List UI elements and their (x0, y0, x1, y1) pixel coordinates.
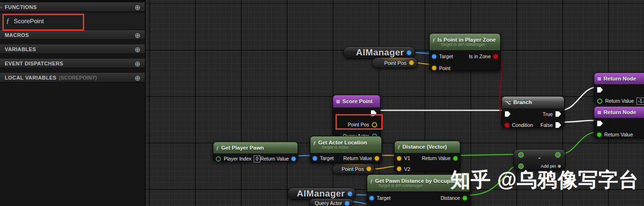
my-blueprint-panel: ▾ FUNCTIONS ⊕ ƒ ScorePoint MACROS ⊕ VARI… (0, 0, 146, 206)
node-get-player-pawn[interactable]: ƒ Get Player Pawn Player Index 0 Return … (213, 142, 298, 161)
pin-label: Player Index (224, 156, 251, 161)
vector-pin[interactable] (409, 61, 414, 65)
return-value-pin[interactable] (597, 99, 602, 104)
add-event-dispatcher-button[interactable]: ⊕ (134, 60, 141, 67)
watermark: 知乎 @乌鸦像写字台 (450, 167, 639, 193)
operator-label: - (538, 154, 541, 161)
vector-pin[interactable] (367, 167, 371, 171)
true-exec-pin[interactable] (556, 111, 561, 117)
return-value-pin[interactable] (291, 157, 296, 161)
object-pin[interactable] (407, 51, 411, 55)
section-label: FUNCTIONS (5, 4, 37, 10)
variable-node-pointpos-mid[interactable]: Point Pos (332, 163, 375, 174)
node-score-point[interactable]: ▦ Score Point Point Pos Query Actor (333, 95, 380, 139)
subtract-input-1-pin[interactable] (518, 152, 524, 158)
pin-label: True (543, 111, 553, 117)
node-subtitle: Target is BP AIManager (441, 42, 496, 47)
node-get-actor-location[interactable]: ƒ Get Actor Location Target is Actor Tar… (310, 136, 382, 163)
node-return-1[interactable]: ▦ Return Node Return Value -1.0 (594, 72, 644, 104)
v1-pin[interactable] (397, 156, 401, 161)
object-pin[interactable] (348, 192, 352, 196)
return-value-pin[interactable] (453, 156, 458, 161)
variable-label: AIManager (356, 47, 404, 58)
variable-label: Point Pos (384, 60, 406, 66)
target-pin[interactable] (313, 156, 317, 161)
function-entry-icon: ▦ (336, 99, 340, 104)
point-pos-out-pin[interactable] (372, 122, 377, 127)
pin-label: Target (439, 54, 453, 59)
node-header[interactable]: ƒ Get Player Pawn (213, 142, 298, 153)
node-header[interactable]: ƒ Get Actor Location Target is Actor (310, 136, 381, 153)
section-functions[interactable]: ▾ FUNCTIONS ⊕ (0, 2, 145, 12)
node-branch[interactable]: ⌥ Branch True Condition False (502, 96, 565, 128)
function-icon: ƒ (370, 178, 373, 184)
node-title: Get Player Pawn (221, 145, 264, 151)
function-icon: ƒ (313, 140, 316, 145)
return-value-pin[interactable] (597, 133, 601, 137)
add-local-variable-button[interactable]: ⊕ (134, 74, 141, 81)
add-macro-button[interactable]: ⊕ (134, 32, 141, 39)
section-label: MACROS (5, 32, 29, 38)
node-header[interactable]: ▦ Return Node (594, 73, 644, 84)
node-title: Return Node (604, 76, 636, 81)
pin-label: V2 (404, 166, 410, 172)
distance-pin[interactable] (463, 196, 467, 200)
pin-label: Is in Zone (469, 54, 491, 59)
pin-label: False (540, 122, 553, 128)
v2-pin[interactable] (397, 167, 401, 171)
section-label-suffix: (SCOREPOINT) (59, 75, 97, 81)
add-variable-button[interactable]: ⊕ (134, 46, 141, 53)
branch-icon: ⌥ (505, 99, 511, 106)
return-value-pin[interactable] (375, 156, 379, 161)
section-variables[interactable]: VARIABLES ⊕ (0, 45, 145, 54)
node-header[interactable]: ƒ Distance (Vector) (395, 141, 460, 153)
section-local-variables[interactable]: LOCAL VARIABLES (SCOREPOINT) ⊕ (0, 73, 145, 82)
exec-in-pin[interactable] (505, 111, 511, 117)
blueprint-editor: AIManager Point Pos AIManager Query Acto… (0, 0, 644, 206)
node-header[interactable]: ▦ Score Point (333, 95, 380, 107)
exec-in-pin[interactable] (597, 87, 603, 93)
section-label: EVENT DISPATCHERS (5, 61, 63, 66)
pin-label: Point Pos (348, 122, 369, 127)
return-value-input[interactable]: -1.0 (636, 98, 644, 105)
point-pin[interactable] (432, 66, 436, 70)
object-pin[interactable] (345, 201, 349, 206)
condition-pin[interactable] (505, 123, 509, 127)
target-pin[interactable] (432, 54, 436, 59)
pin-label: V1 (404, 155, 410, 161)
node-header[interactable]: ▦ Return Node (594, 107, 644, 118)
pin-label: Distance (441, 195, 460, 201)
node-subtitle: Target is Actor (321, 145, 378, 150)
section-event-dispatchers[interactable]: EVENT DISPATCHERS ⊕ (0, 59, 145, 68)
variable-label: Point Pos (342, 166, 364, 172)
node-is-point-in-player-zone[interactable]: ƒ Is Point in Player Zone Target is BP A… (429, 33, 501, 71)
exec-in-pin[interactable] (597, 121, 603, 126)
target-pin[interactable] (370, 196, 374, 200)
pin-label: Return Value (343, 155, 372, 161)
return-node-icon: ▦ (597, 110, 601, 115)
player-index-input[interactable]: 0 (254, 155, 260, 162)
variable-node-pointpos-top[interactable]: Point Pos (372, 57, 418, 68)
node-title: Return Node (604, 109, 636, 115)
player-index-pin[interactable] (216, 156, 221, 161)
false-exec-pin[interactable] (556, 122, 561, 128)
node-title: Distance (Vector) (403, 144, 447, 150)
node-return-2[interactable]: ▦ Return Node Return Value (594, 106, 644, 138)
is-in-zone-pin[interactable] (494, 54, 498, 59)
sidebar-item-scorepoint[interactable]: ƒ ScorePoint (0, 13, 145, 29)
float-wire-distance-subtract1 (456, 154, 519, 155)
variable-label: AIManager (297, 188, 345, 199)
section-label: LOCAL VARIABLES (5, 75, 57, 81)
pin-label: Return Value (260, 156, 289, 161)
node-header[interactable]: ƒ Is Point in Player Zone Target is BP A… (430, 34, 500, 50)
node-header[interactable]: ⌥ Branch (502, 97, 564, 108)
section-macros[interactable]: MACROS ⊕ (0, 30, 145, 40)
subtract-output-pin[interactable] (555, 152, 561, 158)
variable-node-queryactor-bottom[interactable]: Query Actor (309, 198, 353, 206)
exec-wire-false-return2 (560, 120, 597, 122)
section-label: VARIABLES (5, 46, 36, 52)
pin-label: Point (439, 65, 450, 71)
collapse-caret-icon[interactable]: ▾ (0, 5, 2, 10)
exec-out-pin[interactable] (371, 110, 377, 116)
add-function-button[interactable]: ⊕ (134, 4, 141, 11)
